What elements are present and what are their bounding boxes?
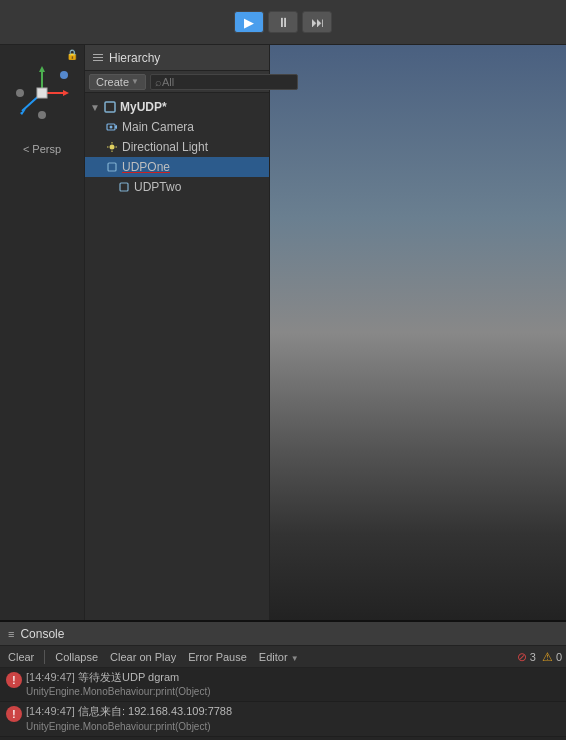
error-pause-button[interactable]: Error Pause	[184, 650, 251, 664]
message-source-2: UnityEngine.MonoBehaviour:print(Object)	[26, 720, 560, 734]
hierarchy-item-main-camera[interactable]: Main Camera	[85, 117, 269, 137]
message-content-1: [14:49:47] 等待发送UDP dgram UnityEngine.Mon…	[26, 670, 560, 699]
hierarchy-item-directional-light[interactable]: Directional Light	[85, 137, 269, 157]
svg-point-13	[110, 126, 113, 129]
svg-point-8	[38, 111, 46, 119]
perspective-label: < Persp	[23, 143, 61, 155]
scene-expand-arrow: ▼	[89, 101, 101, 113]
create-label: Create	[96, 76, 129, 88]
message-error-icon-1: !	[6, 672, 22, 688]
hierarchy-title: Hierarchy	[109, 51, 160, 65]
collapse-button[interactable]: Collapse	[51, 650, 102, 664]
hierarchy-toolbar: Create ▼	[85, 71, 269, 93]
message-error-icon-2: !	[6, 706, 22, 722]
gameobject-icon-udpone	[105, 160, 119, 174]
error-badge: ⊘ 3	[517, 650, 536, 664]
console-icon: ≡	[8, 628, 14, 640]
udptwo-label: UDPTwo	[134, 180, 181, 194]
pause-button[interactable]: ⏸	[268, 11, 298, 33]
svg-point-7	[16, 89, 24, 97]
gizmo-area	[7, 53, 77, 133]
message-timestamp-2: [14:49:47]	[26, 705, 75, 717]
editor-dropdown-arrow: ▼	[291, 654, 299, 663]
scene-icon	[103, 100, 117, 114]
hierarchy-panel: Hierarchy Create ▼ ▼ MyUDP* Main Camera	[85, 45, 270, 620]
console-toolbar: Clear Collapse Clear on Play Error Pause…	[0, 646, 566, 668]
clear-button[interactable]: Clear	[4, 650, 38, 664]
camera-icon	[105, 120, 119, 134]
message-timestamp-1: [14:49:47]	[26, 671, 75, 683]
editor-label: Editor	[259, 651, 288, 663]
hierarchy-item-udptwo[interactable]: UDPTwo	[85, 177, 269, 197]
gizmo-svg	[12, 63, 72, 123]
top-toolbar: ▶ ⏸ ⏭	[0, 0, 566, 45]
hierarchy-menu-icon	[93, 54, 103, 61]
udpone-label: UDPOne	[122, 160, 170, 174]
hierarchy-scene-root[interactable]: ▼ MyUDP*	[85, 97, 269, 117]
svg-marker-3	[63, 90, 69, 96]
svg-rect-6	[37, 88, 47, 98]
svg-marker-1	[39, 66, 45, 72]
svg-rect-10	[105, 102, 115, 112]
hierarchy-search-input[interactable]	[150, 74, 298, 90]
message-source-1: UnityEngine.MonoBehaviour:print(Object)	[26, 685, 560, 699]
directional-light-label: Directional Light	[122, 140, 208, 154]
play-icon: ▶	[244, 15, 254, 30]
create-button[interactable]: Create ▼	[89, 74, 146, 90]
error-icon: ⊘	[517, 650, 527, 664]
warning-badge: ⚠ 0	[542, 650, 562, 664]
svg-rect-19	[108, 163, 116, 171]
svg-point-9	[60, 71, 68, 79]
clear-on-play-button[interactable]: Clear on Play	[106, 650, 180, 664]
light-icon	[105, 140, 119, 154]
message-content-2: [14:49:47] 信息来自: 192.168.43.109:7788 Uni…	[26, 704, 560, 733]
console-messages: ! [14:49:47] 等待发送UDP dgram UnityEngine.M…	[0, 668, 566, 740]
step-button[interactable]: ⏭	[302, 11, 332, 33]
gameobject-icon-udptwo	[117, 180, 131, 194]
scene-name: MyUDP*	[120, 100, 167, 114]
main-camera-label: Main Camera	[122, 120, 194, 134]
pause-icon: ⏸	[277, 15, 290, 30]
badge-area: ⊘ 3 ⚠ 0	[517, 650, 562, 664]
warning-icon: ⚠	[542, 650, 553, 664]
console-title: Console	[20, 627, 64, 641]
create-dropdown-arrow: ▼	[131, 77, 139, 86]
console-message-2[interactable]: ! [14:49:47] 信息来自: 192.168.43.109:7788 U…	[0, 702, 566, 736]
toolbar-divider-1	[44, 650, 45, 664]
console-message-1[interactable]: ! [14:49:47] 等待发送UDP dgram UnityEngine.M…	[0, 668, 566, 702]
svg-point-14	[110, 145, 115, 150]
message-text-1: 等待发送UDP dgram	[78, 671, 179, 683]
editor-button[interactable]: Editor ▼	[255, 650, 303, 664]
console-panel: ≡ Console Clear Collapse Clear on Play E…	[0, 620, 566, 740]
left-panel: 🔒 < Persp	[0, 45, 85, 620]
warning-count: 0	[556, 651, 562, 663]
svg-rect-20	[120, 183, 128, 191]
step-icon: ⏭	[311, 15, 324, 30]
hierarchy-items: ▼ MyUDP* Main Camera Directional Light	[85, 93, 269, 201]
play-button[interactable]: ▶	[234, 11, 264, 33]
error-count: 3	[530, 651, 536, 663]
hierarchy-item-udpone[interactable]: UDPOne	[85, 157, 269, 177]
console-titlebar: ≡ Console	[0, 622, 566, 646]
hierarchy-titlebar: Hierarchy	[85, 45, 269, 71]
message-text-2: 信息来自: 192.168.43.109:7788	[78, 705, 232, 717]
